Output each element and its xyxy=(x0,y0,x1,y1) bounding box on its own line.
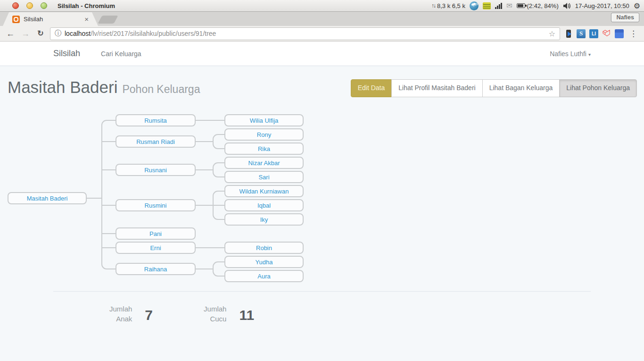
tree-node-rusman-riadi[interactable]: Rusman Riadi xyxy=(116,135,196,148)
page-title: Masitah BaderiPohon Keluarga xyxy=(8,76,200,100)
tree-connectors xyxy=(0,110,644,285)
window-minimize-button[interactable] xyxy=(26,2,33,9)
divider xyxy=(53,291,591,292)
action-button-lihat-bagan-keluarga[interactable]: Lihat Bagan Keluarga xyxy=(482,79,560,97)
indicator-badge: 289 xyxy=(471,2,476,6)
reload-icon[interactable]: ↻ xyxy=(35,30,46,37)
family-tree: Masitah BaderiRumsitaWilia UlfijaRusman … xyxy=(0,110,644,285)
window-close-button[interactable] xyxy=(12,2,19,9)
back-icon[interactable]: ← xyxy=(5,29,16,38)
network-traffic-indicator[interactable]: ↑↓ 8,3 k 6,5 k xyxy=(431,2,465,9)
tree-node-yudha[interactable]: Yudha xyxy=(224,256,304,268)
tree-node-sari[interactable]: Sari xyxy=(224,171,304,183)
tree-node-iky[interactable]: Iky xyxy=(224,213,304,226)
person-name: Masitah Baderi xyxy=(8,78,117,96)
battery-icon xyxy=(517,3,525,8)
user-name: Nafies Luthfi xyxy=(550,50,586,58)
s-extension-icon[interactable]: S xyxy=(577,29,586,38)
tab-title: Silsilah xyxy=(24,16,84,23)
stats-row: JumlahAnak7JumlahCucu11 xyxy=(109,304,644,324)
gear-icon[interactable]: ⚙ xyxy=(634,1,640,10)
browser-tab-strip: Silsilah × xyxy=(0,12,644,26)
url-path: /lv/riset/2017/silsilahku/public/users/9… xyxy=(91,30,216,37)
li-extension-icon[interactable]: LI xyxy=(589,29,598,38)
send-to-phone-extension-icon[interactable] xyxy=(564,29,573,38)
system-tray: ↑↓ 8,3 k 6,5 k 289 ✉ (2:42, 84%) 17-Aug-… xyxy=(431,1,640,10)
battery-indicator[interactable]: (2:42, 84%) xyxy=(517,2,559,9)
tree-node-rusmini[interactable]: Rusmini xyxy=(116,199,196,211)
stat-value: 11 xyxy=(239,307,254,323)
tree-node-rony[interactable]: Rony xyxy=(224,128,304,141)
action-button-group: Edit DataLihat Profil Masitah BaderiLiha… xyxy=(351,79,637,97)
stat-value: 7 xyxy=(145,307,153,323)
system-top-bar: Silsilah - Chromium ↑↓ 8,3 k 6,5 k 289 ✉… xyxy=(0,0,644,12)
forward-icon[interactable]: → xyxy=(20,29,31,38)
nav-link-cari-keluarga[interactable]: Cari Keluarga xyxy=(101,50,141,58)
page-info-icon[interactable]: ⓘ xyxy=(55,29,61,38)
clock-text[interactable]: 17-Aug-2017, 10:50 xyxy=(575,2,629,9)
page-header: Masitah BaderiPohon Keluarga Edit DataLi… xyxy=(0,66,644,100)
chevron-down-icon: ▾ xyxy=(588,52,591,57)
network-rate-text: 8,3 k 6,5 k xyxy=(437,2,465,9)
page-subtitle: Pohon Keluarga xyxy=(122,83,200,95)
url-text: localhost/lv/riset/2017/silsilahku/publi… xyxy=(65,30,216,37)
mail-envelope-icon[interactable]: ✉ xyxy=(506,1,512,10)
address-bar[interactable]: ⓘ localhost/lv/riset/2017/silsilahku/pub… xyxy=(50,27,560,40)
tree-node-rusnani[interactable]: Rusnani xyxy=(116,164,196,176)
window-controls xyxy=(12,2,47,9)
stat-jumlah-anak: JumlahAnak7 xyxy=(109,304,153,324)
tab-close-icon[interactable]: × xyxy=(84,15,89,23)
browser-toolbar: ← → ↻ ⓘ localhost/lv/riset/2017/silsilah… xyxy=(0,26,644,42)
browser-tab-silsilah[interactable]: Silsilah × xyxy=(3,12,98,26)
tree-node-erni[interactable]: Erni xyxy=(116,242,196,254)
screen: Silsilah - Chromium ↑↓ 8,3 k 6,5 k 289 ✉… xyxy=(0,0,644,361)
xampp-favicon-icon xyxy=(12,16,20,23)
action-button-edit-data[interactable]: Edit Data xyxy=(351,79,392,97)
tree-node-aura[interactable]: Aura xyxy=(224,270,304,282)
site-navbar: Silsilah Cari Keluarga Nafies Luthfi▾ xyxy=(0,42,644,66)
updown-arrows-icon: ↑↓ xyxy=(431,2,435,9)
laravel-extension-icon[interactable] xyxy=(602,29,611,38)
tree-node-raihana[interactable]: Raihana xyxy=(116,263,196,275)
action-button-lihat-profil-masitah-baderi[interactable]: Lihat Profil Masitah Baderi xyxy=(391,79,482,97)
window-maximize-button[interactable] xyxy=(41,2,47,9)
url-host: localhost xyxy=(65,30,91,37)
tree-node-wildan-kurniawan[interactable]: Wildan Kurniawan xyxy=(224,185,304,197)
blue-box-extension-icon[interactable] xyxy=(615,29,624,38)
browser-menu-icon[interactable]: ⋮ xyxy=(627,29,639,39)
tree-node-masitah-baderi[interactable]: Masitah Baderi xyxy=(8,192,87,204)
bookmark-star-icon[interactable]: ☆ xyxy=(549,29,555,38)
indicator-circle-icon[interactable]: 289 xyxy=(470,1,479,10)
user-dropdown[interactable]: Nafies Luthfi▾ xyxy=(550,50,591,58)
tree-node-iqbal[interactable]: Iqbal xyxy=(224,199,304,211)
tree-node-wilia-ulfija[interactable]: Wilia Ulfija xyxy=(224,114,304,126)
tree-node-nizar-akbar[interactable]: Nizar Akbar xyxy=(224,157,304,169)
tree-node-rika[interactable]: Rika xyxy=(224,143,304,155)
tree-node-robin[interactable]: Robin xyxy=(224,242,304,254)
brand-link[interactable]: Silsilah xyxy=(53,49,80,59)
action-button-lihat-pohon-keluarga[interactable]: Lihat Pohon Keluarga xyxy=(559,79,637,97)
new-tab-button[interactable] xyxy=(98,16,118,24)
tree-node-pani[interactable]: Pani xyxy=(116,227,196,240)
stat-jumlah-cucu: JumlahCucu11 xyxy=(204,304,254,324)
window-title: Silsilah - Chromium xyxy=(58,2,115,9)
notes-list-icon[interactable] xyxy=(483,2,491,9)
session-tooltip: Nafies xyxy=(611,13,639,22)
speaker-icon[interactable] xyxy=(563,2,571,9)
battery-status-text: (2:42, 84%) xyxy=(527,2,559,9)
tree-node-rumsita[interactable]: Rumsita xyxy=(116,114,196,126)
stat-label: JumlahAnak xyxy=(109,304,132,324)
signal-strength-icon[interactable] xyxy=(495,2,502,9)
stat-label: JumlahCucu xyxy=(204,304,226,324)
